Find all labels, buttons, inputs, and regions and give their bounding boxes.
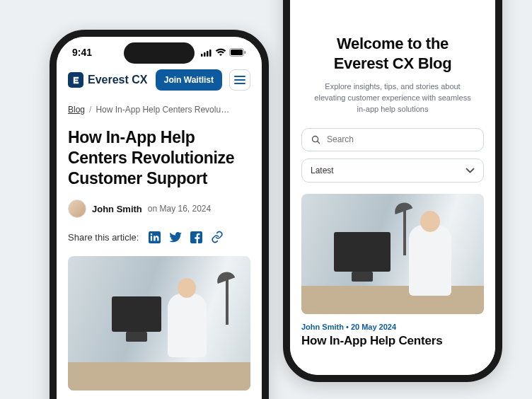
- article-screen: 9:41 Everest CX Join W: [57, 37, 262, 399]
- facebook-icon[interactable]: [190, 231, 202, 243]
- post-card-title[interactable]: How In-App Help Centers: [290, 334, 495, 348]
- signal-icon: [201, 49, 212, 57]
- linkedin-icon[interactable]: [149, 231, 161, 243]
- device-notch: [124, 42, 195, 64]
- svg-rect-3: [209, 50, 212, 57]
- post-card-date: 20 May 2024: [351, 323, 396, 331]
- author-date: on May 16, 2024: [148, 204, 211, 214]
- blog-header: Welcome to the Everest CX Blog Explore i…: [290, 28, 495, 115]
- post-card-author: John Smith: [301, 323, 344, 331]
- search-input-wrapper[interactable]: [301, 128, 484, 151]
- svg-rect-7: [234, 76, 245, 77]
- breadcrumb: Blog / How In-App Help Centers Revolutio…: [68, 105, 250, 115]
- author-row: John Smith on May 16, 2024: [68, 200, 250, 218]
- article-hero-image: [68, 256, 250, 391]
- article-content: Blog / How In-App Help Centers Revolutio…: [57, 105, 262, 391]
- battery-icon: [229, 48, 246, 57]
- svg-line-15: [318, 141, 320, 143]
- svg-rect-2: [207, 51, 209, 57]
- svg-rect-0: [201, 54, 203, 57]
- svg-rect-9: [234, 83, 245, 84]
- author-name: John Smith: [92, 204, 142, 214]
- twitter-icon[interactable]: [169, 232, 182, 243]
- app-header: Everest CX Join Waitlist: [57, 64, 262, 99]
- brand[interactable]: Everest CX: [68, 72, 148, 88]
- svg-rect-5: [231, 50, 243, 55]
- article-title: How In-App Help Centers Revolutionize Cu…: [68, 127, 250, 188]
- breadcrumb-current: How In-App Help Centers Revolutionize Cu…: [96, 105, 230, 115]
- search-icon: [311, 134, 321, 145]
- breadcrumb-root-link[interactable]: Blog: [68, 105, 85, 115]
- phone-blog: Welcome to the Everest CX Blog Explore i…: [283, 0, 502, 382]
- hamburger-icon: [234, 76, 245, 84]
- svg-rect-8: [234, 79, 245, 81]
- wifi-icon: [215, 48, 226, 57]
- author-avatar: [68, 200, 86, 218]
- svg-rect-11: [151, 236, 152, 241]
- search-input[interactable]: [327, 134, 475, 144]
- brand-logo-icon: [68, 72, 83, 88]
- share-row: Share this article:: [68, 231, 250, 243]
- join-waitlist-button[interactable]: Join Waitlist: [156, 69, 222, 91]
- link-icon[interactable]: [211, 231, 224, 243]
- menu-button[interactable]: [229, 69, 250, 91]
- share-icons: [149, 231, 224, 243]
- post-card-image[interactable]: [301, 194, 484, 314]
- blog-page-title: Welcome to the Everest CX Blog: [301, 34, 484, 73]
- breadcrumb-separator: /: [89, 105, 91, 115]
- post-card-meta: John Smith • 20 May 2024: [290, 314, 495, 334]
- svg-rect-1: [204, 52, 206, 57]
- brand-name: Everest CX: [88, 74, 148, 86]
- sort-dropdown[interactable]: Latest: [301, 158, 484, 183]
- chevron-down-icon: [466, 168, 475, 173]
- svg-rect-6: [245, 51, 246, 54]
- header-actions: Join Waitlist: [156, 69, 250, 91]
- svg-point-12: [151, 233, 153, 235]
- blog-controls: Latest: [290, 128, 495, 183]
- blog-screen: Welcome to the Everest CX Blog Explore i…: [290, 0, 495, 375]
- sort-selected-label: Latest: [311, 166, 334, 175]
- phone-article: 9:41 Everest CX Join W: [50, 30, 269, 399]
- status-time: 9:41: [72, 47, 92, 58]
- status-indicators: [201, 48, 246, 57]
- share-label: Share this article:: [68, 232, 139, 243]
- blog-subtitle: Explore insights, tips, and stories abou…: [301, 81, 484, 115]
